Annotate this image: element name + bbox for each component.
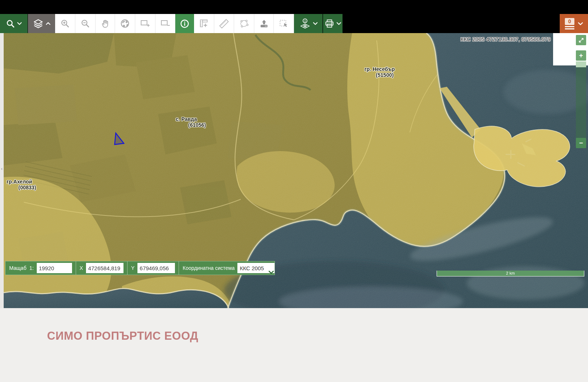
y-coordinate-input[interactable] — [137, 263, 175, 273]
pan-button[interactable] — [96, 14, 115, 33]
toolbar — [0, 14, 588, 33]
fullscreen-button[interactable] — [576, 35, 586, 45]
ruler-corner-icon — [199, 19, 209, 28]
divider — [76, 261, 76, 275]
results-count-badge: 0 — [565, 18, 574, 25]
chevron-down-icon — [17, 22, 22, 25]
ruler-diagonal-icon — [219, 19, 229, 29]
place-label-aheloy: гр.Ахелой (00833) — [7, 179, 36, 190]
list-icon: 0 — [565, 18, 574, 29]
chevron-down-icon — [337, 22, 341, 25]
cursor-coordinates-readout: ККС 2005 4727130.307, 679500.679 — [460, 36, 551, 42]
layer-info-icon — [299, 18, 311, 29]
overview-globe-button[interactable] — [115, 14, 135, 33]
zoom-out-button[interactable] — [75, 14, 96, 33]
zoom-out-icon — [80, 19, 90, 28]
measure-distance-button[interactable] — [214, 14, 234, 33]
collapse-panel-arrow[interactable]: ‹ — [0, 165, 4, 173]
hamburger-lines-icon — [565, 26, 574, 29]
results-menu-button[interactable]: 0 — [560, 14, 588, 33]
layer-info-button[interactable] — [294, 14, 323, 33]
expand-arrows-icon — [578, 38, 584, 43]
zoom-out-map-button[interactable]: − — [576, 138, 586, 148]
crs-label: Координатна система — [183, 265, 234, 271]
company-name: СИМО ПРОПЪРТИС ЕООД — [47, 329, 198, 343]
x-coordinate-input[interactable] — [86, 263, 123, 273]
upload-button[interactable] — [254, 14, 274, 33]
place-label-ravda: с. Равда (61056) — [176, 116, 206, 128]
identify-button[interactable] — [175, 14, 194, 33]
chevron-down-icon — [313, 22, 318, 25]
upload-icon — [259, 19, 269, 28]
polygon-icon — [239, 19, 249, 28]
search-button[interactable] — [0, 14, 28, 33]
page-footer: СИМО ПРОПЪРТИС ЕООД — [0, 308, 588, 382]
select-by-rectangle-button[interactable] — [274, 14, 294, 33]
chevron-down-icon — [578, 22, 583, 25]
print-button[interactable] — [323, 14, 343, 33]
info-icon — [180, 19, 190, 29]
rectangle-plus-icon — [140, 19, 150, 28]
gis-application-window: 0 ‹ — [0, 0, 588, 382]
zoom-in-button[interactable] — [55, 14, 75, 33]
selection-rectangle-icon — [279, 19, 289, 28]
scale-ratio-prefix: 1: — [29, 265, 34, 271]
measure-coordinates-button[interactable] — [194, 14, 214, 33]
crs-select[interactable]: ККС 2005 — [237, 263, 275, 273]
left-panel-strip: ‹ — [0, 33, 4, 308]
rectangle-minus-icon — [160, 19, 171, 28]
divider — [127, 261, 128, 275]
layers-button[interactable] — [28, 14, 55, 33]
scale-label: Мащаб — [9, 265, 26, 271]
globe-icon — [120, 19, 130, 28]
x-label: X — [80, 265, 83, 271]
chevron-down-icon — [269, 271, 274, 274]
y-label: Y — [131, 265, 135, 271]
map-canvas[interactable]: гр. Несебър (51500) с. Равда (61056) гр.… — [4, 33, 588, 308]
zoom-slider-handle[interactable] — [576, 61, 586, 67]
chevron-up-icon — [46, 22, 50, 25]
hand-icon — [100, 19, 110, 28]
zoom-in-map-button[interactable]: + — [576, 50, 586, 61]
statusbar: Мащаб 1: X Y Координатна система ККС 200… — [5, 261, 275, 275]
layers-icon — [33, 19, 44, 29]
printer-icon — [325, 19, 334, 28]
scale-input[interactable] — [37, 263, 72, 273]
measure-area-button[interactable] — [234, 14, 254, 33]
scalebar: 2 km — [437, 271, 584, 276]
search-icon — [6, 19, 15, 28]
zoom-box-out-button[interactable] — [155, 14, 175, 33]
zoom-slider-track[interactable] — [576, 67, 586, 138]
place-label-nesebar: гр. Несебър (51500) — [359, 66, 400, 78]
top-black-strip — [0, 0, 588, 14]
zoom-in-icon — [60, 19, 70, 28]
zoom-box-in-button[interactable] — [135, 14, 155, 33]
divider — [179, 261, 179, 275]
